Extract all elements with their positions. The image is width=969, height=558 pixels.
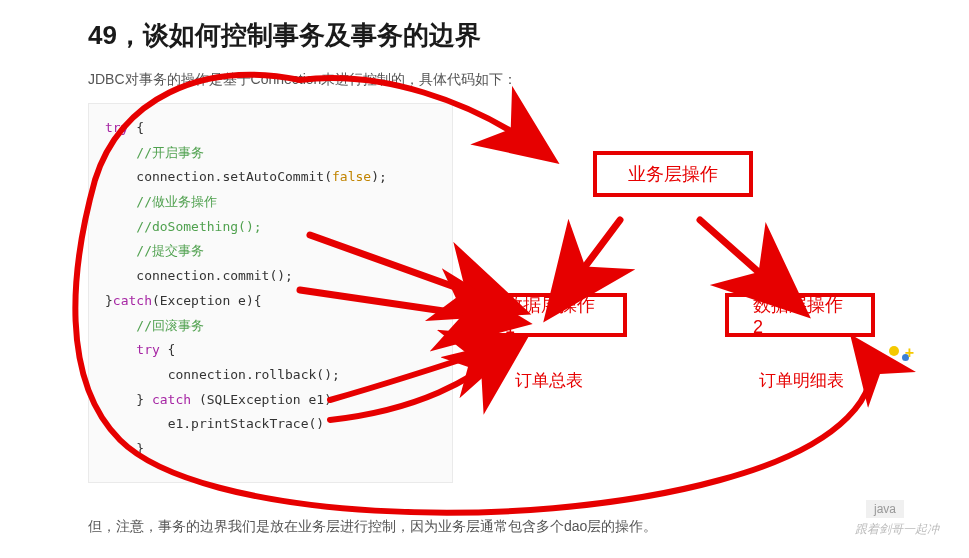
watermark: 跟着剑哥一起冲 — [855, 521, 939, 538]
caption-order-main: 订单总表 — [515, 369, 583, 392]
intro-text: JDBC对事务的操作是基于Connection来进行控制的，具体代码如下： — [88, 71, 919, 89]
box-data-layer-2: 数据层操作2 — [725, 293, 875, 337]
decor-plus-icon: + — [905, 344, 914, 362]
comment: //开启事务 — [136, 145, 204, 160]
caption-order-detail: 订单明细表 — [759, 369, 844, 392]
comment: //做业务操作 — [136, 194, 217, 209]
comment: //提交事务 — [136, 243, 204, 258]
comment: //回滚事务 — [136, 318, 204, 333]
comment: //doSomething(); — [136, 219, 261, 234]
content-row: try { //开启事务 connection.setAutoCommit(fa… — [88, 103, 919, 483]
page-title: 49，谈如何控制事务及事务的边界 — [88, 18, 919, 53]
language-tag: java — [866, 500, 904, 518]
box-data-layer-1: 数据层操作1 — [477, 293, 627, 337]
decor-dot-yellow — [889, 346, 899, 356]
code-block: try { //开启事务 connection.setAutoCommit(fa… — [88, 103, 453, 483]
kw-try: try — [105, 120, 128, 135]
box-business-layer: 业务层操作 — [593, 151, 753, 197]
diagram: 业务层操作 数据层操作1 数据层操作2 订单总表 订单明细表 — [463, 103, 919, 483]
outro-text: 但，注意，事务的边界我们是放在业务层进行控制，因为业务层通常包含多个dao层的操… — [88, 518, 657, 536]
